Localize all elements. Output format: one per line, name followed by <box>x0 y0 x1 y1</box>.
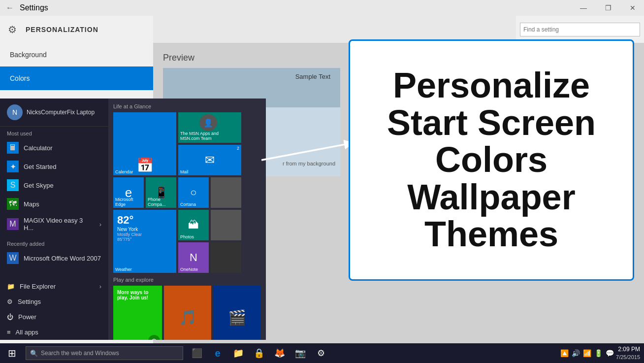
magix-label: MAGIX Video easy 3 H... <box>24 217 95 231</box>
maximize-button[interactable]: ❐ <box>597 0 619 16</box>
tiles-col2: 🏔 Photos N OneNote <box>178 210 209 273</box>
all-apps-label: All apps <box>16 329 38 336</box>
taskbar-right: 🔼 🔊 📶 🔋 💬 2:09 PM 7/25/2015 <box>560 345 644 361</box>
sidebar-item-colors[interactable]: Colors <box>0 66 153 90</box>
tile-photos[interactable]: 🏔 Photos <box>178 210 209 240</box>
mail-tile-label: Mail <box>180 169 189 174</box>
personalize-box: Personalize Start Screen Colors Wallpape… <box>349 39 634 281</box>
start-file-explorer[interactable]: 📁 File Explorer › <box>0 279 108 294</box>
tile-mail[interactable]: ✉ 2 Mail <box>178 145 241 175</box>
taskbar-clock[interactable]: 2:09 PM 7/25/2015 <box>616 345 640 361</box>
start-power[interactable]: ⏻ Power <box>0 309 108 325</box>
taskbar-settings-icon[interactable]: ⚙ <box>311 343 331 363</box>
mail-badge: 2 <box>237 146 239 151</box>
calculator-label: Calculator <box>24 144 53 152</box>
tile-onenote[interactable]: N OneNote <box>178 242 209 273</box>
tiles-row-1: 📅 Calendar 👤 The MSN Apps and MSN.com Te… <box>113 112 261 175</box>
tile-cortana[interactable]: ○ Cortana <box>178 177 209 208</box>
personalize-line3: Colors <box>387 141 596 179</box>
tile-movies[interactable]: 🎬 Movies & TV <box>213 286 261 340</box>
personalize-text: Personalize Start Screen Colors Wallpape… <box>387 67 596 253</box>
recently-added-label: Recently added <box>0 237 108 249</box>
phone-tile-label: Phone Compa... <box>148 197 176 207</box>
weather-location: New York <box>117 227 138 232</box>
all-apps-icon: ≡ <box>7 329 11 336</box>
start-menu-left: N NicksComputerFix Laptop Most used 🖩 Ca… <box>0 99 108 340</box>
tile-edge[interactable]: e Microsoft Edge <box>113 177 144 208</box>
taskbar-edge[interactable]: e <box>208 343 227 363</box>
taskbar-task-view[interactable]: ⬛ <box>187 343 207 363</box>
sidebar-item-background[interactable]: Background <box>0 43 153 66</box>
back-button[interactable]: ← <box>4 2 16 14</box>
start-app-maps[interactable]: 🗺 Maps <box>0 195 108 213</box>
titlebar: ← Settings — ❐ ✕ <box>0 0 644 16</box>
start-app-getstarted[interactable]: ✦ Get Started <box>0 157 108 176</box>
maps-icon: 🗺 <box>7 198 19 210</box>
network-icon[interactable]: 📶 <box>583 349 591 357</box>
start-button[interactable]: ⊞ <box>0 343 24 363</box>
edge-tile-label: Microsoft Edge <box>115 197 144 207</box>
action-center-icon[interactable]: 💬 <box>606 349 614 357</box>
settings-header: ⚙ PERSONALIZATION <box>0 16 153 43</box>
xbox-brand-icon: ⊛ <box>148 335 160 340</box>
taskbar-camera[interactable]: 📷 <box>290 343 310 363</box>
start-all-apps[interactable]: ≡ All apps <box>0 325 108 340</box>
tile-xbox[interactable]: More ways to play. Join us! ⊛ Xbox ↕ <box>113 286 162 340</box>
taskbar-search-box[interactable]: 🔍 Search the web and Windows <box>26 346 183 360</box>
titlebar-title: Settings <box>20 3 48 12</box>
start-app-calculator[interactable]: 🖩 Calculator <box>0 138 108 157</box>
username-label: NicksComputerFix Laptop <box>27 109 95 116</box>
skype-label: Get Skype <box>24 182 54 189</box>
taskbar-lock[interactable]: 🔒 <box>249 343 269 363</box>
onenote-tile-label: OneNote <box>180 267 198 272</box>
preview-lower-text: r from my background <box>283 161 335 166</box>
battery-icon: 🔋 <box>594 349 603 357</box>
tile-extra3[interactable] <box>211 242 241 273</box>
most-used-label: Most used <box>0 127 108 138</box>
start-settings-label: Settings <box>18 298 41 305</box>
preview-sample-text: Sample Text <box>295 73 330 80</box>
tile-weather[interactable]: 82° New York Mostly Clear 85°/75° Weathe… <box>113 210 176 273</box>
tiles-row-2: e Microsoft Edge 📱 Phone Compa... ○ Cort… <box>113 177 261 208</box>
start-settings[interactable]: ⚙ Settings <box>0 294 108 309</box>
start-app-word[interactable]: W Microsoft Office Word 2007 <box>0 249 108 267</box>
tile-groove[interactable]: 🎵 Groove Music <box>164 286 212 340</box>
taskbar-date: 7/25/2015 <box>616 354 640 361</box>
settings-search-input[interactable] <box>520 23 640 36</box>
taskbar-firefox[interactable]: 🦊 <box>270 343 290 363</box>
weather-condition: Mostly Clear <box>117 232 142 237</box>
weather-tile-label: Weather <box>115 267 132 272</box>
tiles-section2-label: Play and explore <box>113 277 261 283</box>
start-menu: N NicksComputerFix Laptop Most used 🖩 Ca… <box>0 99 266 340</box>
minimize-button[interactable]: — <box>572 0 595 16</box>
start-user[interactable]: N NicksComputerFix Laptop <box>0 99 108 127</box>
close-button[interactable]: ✕ <box>621 0 644 16</box>
taskbar-file-explorer[interactable]: 📁 <box>228 343 248 363</box>
start-tiles: Life at a Glance 📅 Calendar 👤 The MSN Ap… <box>108 99 266 340</box>
start-app-magix[interactable]: M MAGIX Video easy 3 H... › <box>0 213 108 235</box>
start-app-skype[interactable]: S Get Skype <box>0 176 108 195</box>
settings-gear-icon: ⚙ <box>8 24 20 35</box>
search-icon: 🔍 <box>30 350 38 357</box>
tile-msn[interactable]: 👤 The MSN Apps and MSN.com Team <box>178 112 241 143</box>
tile-extra2[interactable] <box>211 210 241 240</box>
tile-calendar[interactable]: 📅 Calendar <box>113 112 176 175</box>
settings-title: PERSONALIZATION <box>26 26 98 33</box>
personalize-line4: Wallpaper <box>387 179 596 216</box>
file-explorer-label: File Explorer <box>20 283 56 290</box>
start-bottom-items: 📁 File Explorer › ⚙ Settings ⏻ Power ≡ A… <box>0 279 108 340</box>
taskbar-time: 2:09 PM <box>616 345 640 354</box>
titlebar-left: ← Settings <box>0 2 48 14</box>
xbox-promo: More ways to play. Join us! <box>117 290 158 300</box>
skype-icon: S <box>7 179 19 191</box>
getstarted-label: Get Started <box>24 163 56 170</box>
tile-extra1[interactable] <box>211 177 241 208</box>
tiles-section1-label: Life at a Glance <box>113 103 261 109</box>
volume-icon[interactable]: 🔊 <box>572 349 580 357</box>
tiles-col3 <box>211 210 241 273</box>
notification-icon[interactable]: 🔼 <box>560 349 569 357</box>
cortana-tile-label: Cortana <box>180 202 196 207</box>
magix-icon: M <box>7 218 19 230</box>
tiles-row-4: More ways to play. Join us! ⊛ Xbox ↕ 🎵 G… <box>113 286 261 340</box>
tile-phone[interactable]: 📱 Phone Compa... <box>146 177 176 208</box>
